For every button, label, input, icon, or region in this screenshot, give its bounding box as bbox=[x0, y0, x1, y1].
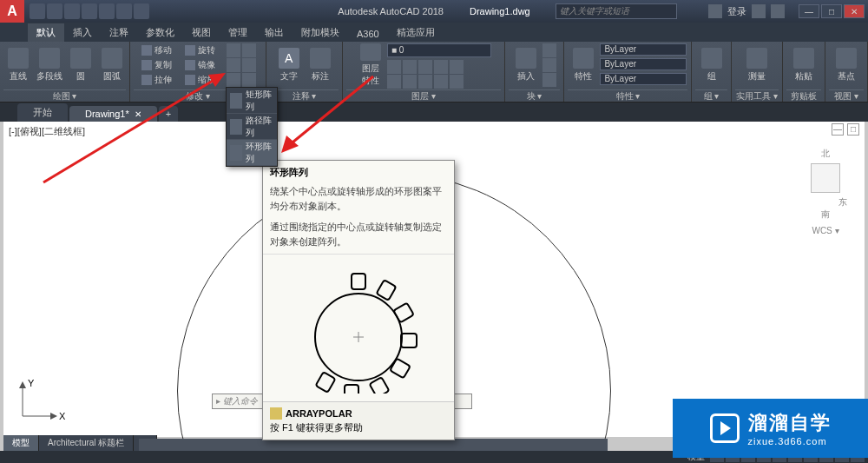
measure-button[interactable]: 测量 bbox=[742, 43, 772, 87]
paste-button[interactable]: 粘贴 bbox=[789, 43, 819, 87]
chamfer-icon[interactable] bbox=[242, 58, 256, 72]
layer-prev-icon[interactable] bbox=[434, 75, 448, 89]
ribbon-tabs: 默认 插入 注释 参数化 视图 管理 输出 附加模块 A360 精选应用 bbox=[0, 23, 868, 42]
tab-view[interactable]: 视图 bbox=[183, 23, 220, 42]
viewport-label[interactable]: [-][俯视][二维线框] bbox=[9, 125, 85, 138]
signin-icon[interactable] bbox=[708, 4, 722, 18]
tab-a360[interactable]: A360 bbox=[348, 26, 388, 42]
signin-label[interactable]: 登录 bbox=[727, 5, 746, 18]
match-props-button[interactable]: 特性 bbox=[569, 43, 598, 87]
panel-annotation-label[interactable]: 注释 ▾ bbox=[270, 89, 339, 102]
stretch-button[interactable]: 拉伸 bbox=[140, 73, 181, 87]
line-button[interactable]: 直线 bbox=[3, 43, 33, 87]
app-logo[interactable]: A bbox=[0, 0, 24, 23]
edit-attr-icon[interactable] bbox=[542, 73, 556, 87]
create-block-icon[interactable] bbox=[542, 43, 556, 57]
tab-annotate[interactable]: 注释 bbox=[101, 23, 137, 42]
group-button[interactable]: 组 bbox=[697, 43, 727, 87]
mirror-button[interactable]: 镜像 bbox=[183, 58, 225, 72]
color-combo[interactable]: ByLayer bbox=[600, 43, 687, 56]
insert-block-button[interactable]: 插入 bbox=[511, 43, 541, 87]
qat-saveas-icon[interactable] bbox=[82, 3, 97, 19]
panel-utilities-label[interactable]: 实用工具 ▾ bbox=[735, 89, 779, 102]
panel-draw-label[interactable]: 绘图 ▾ bbox=[3, 89, 126, 102]
viewcube-face[interactable] bbox=[811, 163, 840, 193]
tab-close-icon[interactable]: ✕ bbox=[135, 109, 141, 119]
viewport-min-icon[interactable]: — bbox=[832, 123, 844, 136]
maximize-button[interactable]: □ bbox=[821, 4, 842, 18]
wcs-label[interactable]: WCS ▾ bbox=[804, 226, 847, 235]
horizontal-scrollbar[interactable] bbox=[139, 439, 608, 451]
extend-icon[interactable] bbox=[242, 43, 256, 57]
array-icon[interactable] bbox=[227, 73, 240, 87]
offset-icon[interactable] bbox=[242, 73, 256, 87]
tab-default[interactable]: 默认 bbox=[28, 23, 64, 42]
move-button[interactable]: 移动 bbox=[140, 43, 181, 57]
layer-unlock-icon[interactable] bbox=[418, 75, 432, 89]
fillet-icon[interactable] bbox=[227, 58, 240, 72]
new-tab-button[interactable]: + bbox=[159, 106, 178, 122]
scale-button[interactable]: 缩放 bbox=[183, 73, 225, 87]
viewport-max-icon[interactable]: □ bbox=[847, 123, 859, 136]
qat-redo-icon[interactable] bbox=[134, 3, 149, 19]
qat-undo-icon[interactable] bbox=[116, 3, 132, 19]
layer-lock-icon[interactable] bbox=[418, 60, 432, 74]
edit-block-icon[interactable] bbox=[542, 58, 556, 72]
linetype-combo[interactable]: ByLayer bbox=[600, 73, 687, 85]
layer-off-icon[interactable] bbox=[387, 60, 401, 74]
qat-open-icon[interactable] bbox=[47, 3, 62, 19]
qat-plot-icon[interactable] bbox=[99, 3, 115, 19]
polyline-button[interactable]: 多段线 bbox=[35, 43, 64, 87]
panel-groups-label[interactable]: 组 ▾ bbox=[695, 89, 727, 102]
panel-view-label[interactable]: 视图 ▾ bbox=[829, 89, 864, 102]
insert-block-icon bbox=[516, 48, 536, 69]
tab-output[interactable]: 输出 bbox=[256, 23, 293, 42]
help-search-input[interactable]: 键入关键字或短语 bbox=[556, 3, 677, 19]
array-path-item[interactable]: 路径阵列 bbox=[227, 114, 277, 140]
array-rect-item[interactable]: 矩形阵列 bbox=[227, 88, 277, 114]
panel-clipboard-label[interactable]: 剪贴板 bbox=[786, 89, 821, 102]
array-polar-item[interactable]: 环形阵列 bbox=[227, 140, 277, 166]
layer-on-icon[interactable] bbox=[387, 75, 401, 89]
tab-manage[interactable]: 管理 bbox=[220, 23, 256, 42]
tab-featured[interactable]: 精选应用 bbox=[388, 23, 444, 42]
layer-uniso-icon[interactable] bbox=[450, 75, 464, 89]
layer-iso-icon[interactable] bbox=[450, 60, 464, 74]
dimension-button[interactable]: 标注 bbox=[306, 43, 335, 87]
circle-button[interactable]: 圆 bbox=[66, 43, 95, 87]
rotate-button[interactable]: 旋转 bbox=[183, 43, 225, 57]
help-icon[interactable] bbox=[771, 4, 785, 18]
arc-button[interactable]: 圆弧 bbox=[97, 43, 127, 87]
tab-start[interactable]: 开始 bbox=[17, 103, 68, 122]
layer-freeze-icon[interactable] bbox=[403, 60, 417, 74]
model-tab[interactable]: 模型 bbox=[3, 435, 39, 451]
qat-save-icon[interactable] bbox=[64, 3, 80, 19]
layer-thaw-icon[interactable] bbox=[403, 75, 417, 89]
tooltip-command: ARRAYPOLAR bbox=[286, 408, 352, 419]
lineweight-combo[interactable]: ByLayer bbox=[600, 58, 687, 70]
close-button[interactable]: ✕ bbox=[844, 4, 865, 18]
copy-button[interactable]: 复制 bbox=[140, 58, 181, 72]
copy-icon bbox=[141, 60, 152, 70]
layer-combo[interactable]: ■ 0 bbox=[387, 43, 491, 57]
text-button[interactable]: A文字 bbox=[274, 43, 304, 87]
viewcube[interactable]: 北 东 南 WCS ▾ bbox=[804, 148, 847, 235]
minimize-button[interactable]: — bbox=[799, 4, 819, 18]
tab-parametric[interactable]: 参数化 bbox=[137, 23, 183, 42]
rotate-icon bbox=[185, 45, 195, 56]
layer-props-button[interactable]: 图层 特性 bbox=[356, 43, 385, 87]
tab-addins[interactable]: 附加模块 bbox=[293, 23, 348, 42]
panel-layers-label[interactable]: 图层 ▾ bbox=[346, 89, 500, 102]
layout-tab[interactable]: Architectural 标题栏 bbox=[39, 435, 134, 451]
layer-match-icon[interactable] bbox=[434, 60, 448, 74]
tab-drawing1[interactable]: Drawing1*✕ bbox=[69, 106, 157, 122]
exchange-icon[interactable] bbox=[752, 4, 766, 18]
circle-icon bbox=[70, 48, 91, 69]
ucs-icon[interactable]: Y X bbox=[16, 380, 59, 423]
panel-block-label[interactable]: 块 ▾ bbox=[509, 89, 561, 102]
qat-new-icon[interactable] bbox=[30, 3, 45, 19]
baseview-button[interactable]: 基点 bbox=[832, 43, 861, 87]
tab-insert[interactable]: 插入 bbox=[64, 23, 101, 42]
panel-properties-label[interactable]: 特性 ▾ bbox=[568, 89, 687, 102]
trim-icon[interactable] bbox=[227, 43, 240, 57]
